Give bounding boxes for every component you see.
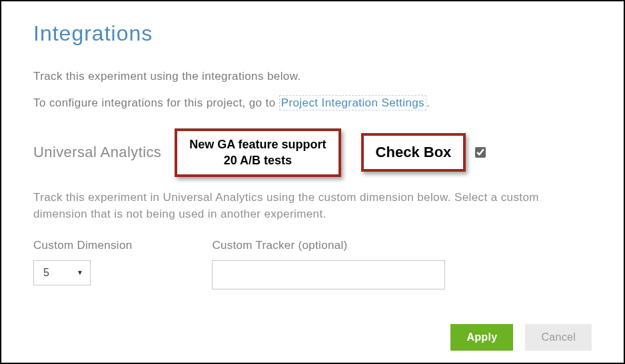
custom-dimension-value: 5 bbox=[43, 267, 49, 279]
custom-tracker-input[interactable] bbox=[212, 260, 445, 289]
page-title: Integrations bbox=[33, 21, 592, 46]
button-row: Apply Cancel bbox=[450, 324, 592, 351]
config-prefix: To configure integrations for this proje… bbox=[33, 96, 279, 109]
custom-dimension-select[interactable]: 5 bbox=[33, 260, 91, 285]
custom-dimension-col: Custom Dimension 5 bbox=[33, 239, 132, 289]
apply-button[interactable]: Apply bbox=[450, 324, 513, 351]
form-row: Custom Dimension 5 Custom Tracker (optio… bbox=[33, 239, 592, 289]
ga-callout-line2: 20 A/B tests bbox=[189, 152, 326, 168]
project-integration-settings-link[interactable]: Project Integration Settings bbox=[279, 95, 426, 110]
custom-dimension-label: Custom Dimension bbox=[33, 239, 132, 252]
universal-analytics-row: Universal Analytics New GA feature suppo… bbox=[33, 128, 592, 177]
config-suffix: . bbox=[426, 96, 430, 109]
checkbox-callout: Check Box bbox=[361, 133, 466, 172]
custom-tracker-label: Custom Tracker (optional) bbox=[212, 239, 445, 252]
config-text: To configure integrations for this proje… bbox=[33, 96, 592, 110]
ga-feature-callout: New GA feature support 20 A/B tests bbox=[175, 128, 340, 177]
track-description: Track this experiment using the integrat… bbox=[33, 70, 592, 83]
integrations-panel: Integrations Track this experiment using… bbox=[1, 1, 624, 289]
analytics-helper-text: Track this experiment in Universal Analy… bbox=[33, 189, 592, 223]
ga-callout-line1: New GA feature support bbox=[189, 136, 326, 152]
custom-tracker-col: Custom Tracker (optional) bbox=[212, 239, 445, 289]
universal-analytics-checkbox[interactable] bbox=[475, 147, 486, 158]
universal-analytics-heading: Universal Analytics bbox=[33, 144, 161, 161]
cancel-button[interactable]: Cancel bbox=[525, 324, 592, 351]
